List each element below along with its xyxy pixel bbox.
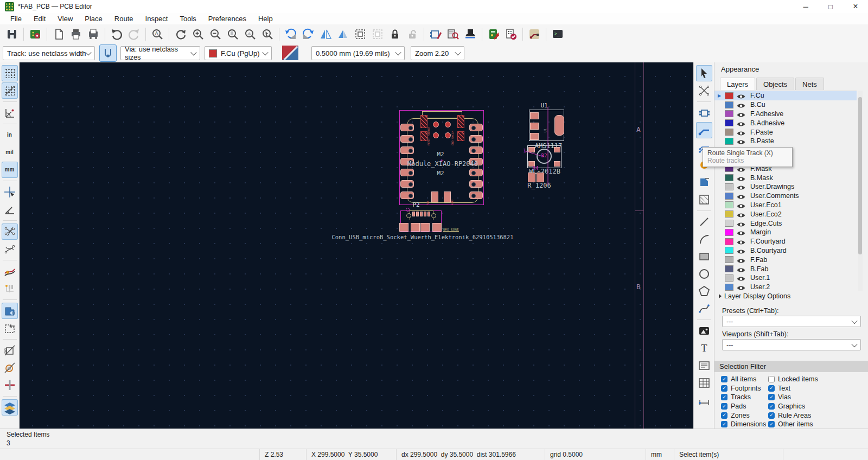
layer-row[interactable]: ▶ B.Mask bbox=[714, 173, 857, 182]
layer-row[interactable]: ▶ F.Fab bbox=[714, 255, 857, 264]
layer-color-swatch[interactable] bbox=[725, 101, 733, 108]
footprint-value[interactable]: Conn_USB_microB_Socket_Wuerth_Elektronik… bbox=[331, 234, 513, 240]
pad[interactable] bbox=[431, 191, 438, 202]
footprint-reference[interactable]: P2 bbox=[412, 201, 419, 208]
auto-track-width-toggle[interactable] bbox=[99, 44, 117, 62]
layer-visibility-eye-icon[interactable] bbox=[737, 220, 745, 227]
draw-polygon-icon[interactable] bbox=[696, 283, 712, 299]
checkbox[interactable] bbox=[768, 385, 775, 392]
add-table-icon[interactable] bbox=[696, 375, 712, 391]
pad[interactable] bbox=[411, 223, 420, 232]
flip-horizontal-icon[interactable] bbox=[317, 26, 334, 42]
units-inches-icon[interactable]: in bbox=[2, 127, 18, 143]
net-inspector-icon[interactable] bbox=[2, 280, 18, 297]
pad[interactable] bbox=[400, 169, 414, 176]
mounting-hole[interactable] bbox=[406, 213, 411, 218]
button-pad[interactable] bbox=[433, 122, 439, 127]
zoom-fit-objects-icon[interactable] bbox=[242, 26, 258, 42]
button-pad[interactable] bbox=[445, 122, 451, 127]
menu-item[interactable]: Preferences bbox=[202, 13, 252, 24]
sketch-tracks-icon[interactable] bbox=[2, 377, 18, 393]
add-footprint-icon[interactable] bbox=[696, 105, 712, 121]
layer-visibility-eye-icon[interactable] bbox=[737, 175, 745, 181]
zoom-dropdown[interactable]: Zoom 2.20 bbox=[411, 46, 464, 60]
tab[interactable]: Objects bbox=[756, 78, 794, 90]
button-pad[interactable] bbox=[445, 132, 451, 138]
layer-visibility-eye-icon[interactable] bbox=[737, 193, 745, 199]
layer-row[interactable]: ▶ User.Comments bbox=[714, 191, 857, 201]
layer-row[interactable]: ▶ B.Fab bbox=[714, 264, 857, 273]
grid-dropdown[interactable]: 0.5000 mm (19.69 mils) bbox=[311, 46, 405, 60]
search-icon[interactable]: A bbox=[149, 26, 165, 42]
design-rules-checker-icon[interactable] bbox=[503, 26, 519, 42]
checkbox[interactable] bbox=[721, 403, 727, 410]
layer-visibility-eye-icon[interactable] bbox=[737, 129, 745, 136]
layer-row[interactable]: ▶ B.Cu bbox=[714, 100, 857, 110]
layer-row[interactable]: ▶ Margin bbox=[714, 228, 857, 237]
pad[interactable] bbox=[457, 131, 464, 141]
layer-row[interactable]: ▶ Edge.Cuts bbox=[714, 219, 857, 228]
tab[interactable]: Layers bbox=[720, 78, 755, 90]
layer-pair-indicator[interactable] bbox=[282, 46, 298, 62]
menu-item[interactable]: Route bbox=[108, 13, 139, 24]
pad[interactable] bbox=[400, 180, 414, 188]
route-tracks-icon[interactable] bbox=[696, 122, 712, 138]
menu-item[interactable]: Tools bbox=[174, 13, 202, 24]
pad[interactable] bbox=[432, 223, 442, 232]
layer-color-swatch[interactable] bbox=[725, 201, 733, 208]
pad[interactable] bbox=[424, 212, 426, 216]
active-layer-dropdown[interactable]: F.Cu (PgUp) bbox=[205, 46, 272, 60]
pad[interactable] bbox=[469, 146, 483, 154]
layer-visibility-eye-icon[interactable] bbox=[737, 274, 745, 281]
layer-color-swatch[interactable] bbox=[725, 220, 733, 227]
pad[interactable] bbox=[469, 169, 483, 176]
add-rule-area-icon[interactable] bbox=[696, 191, 712, 208]
net-highlight-icon[interactable] bbox=[2, 263, 18, 279]
ungroup-icon[interactable] bbox=[369, 26, 386, 42]
layer-row[interactable]: ▶ User.Drawings bbox=[714, 182, 857, 191]
curved-ratsnest-icon[interactable] bbox=[2, 241, 18, 257]
checkbox[interactable] bbox=[721, 394, 727, 400]
layer-row[interactable]: ▶ F.Paste bbox=[714, 127, 857, 137]
pad[interactable] bbox=[469, 135, 483, 143]
checkbox[interactable] bbox=[721, 376, 727, 382]
select-tool-icon[interactable] bbox=[696, 65, 712, 81]
maximize-button[interactable]: □ bbox=[818, 0, 843, 13]
grid-overrides-icon[interactable] bbox=[2, 82, 18, 99]
layer-color-swatch[interactable] bbox=[725, 274, 733, 282]
units-mm-icon[interactable]: mm bbox=[2, 162, 18, 178]
save-icon[interactable] bbox=[4, 26, 20, 42]
unlock-icon[interactable] bbox=[404, 26, 420, 42]
zone-outline-mode-icon[interactable] bbox=[2, 320, 18, 336]
sketch-footprints-icon[interactable] bbox=[2, 342, 18, 359]
layer-row[interactable]: ▶ F.Courtyard bbox=[714, 237, 857, 246]
layer-visibility-eye-icon[interactable] bbox=[737, 138, 745, 144]
layer-color-swatch[interactable] bbox=[725, 210, 733, 218]
pad[interactable] bbox=[420, 115, 427, 128]
layer-display-options[interactable]: Layer Display Options bbox=[719, 292, 790, 300]
pad[interactable] bbox=[416, 212, 419, 216]
layer-visibility-eye-icon[interactable] bbox=[737, 202, 745, 208]
track-width-dropdown[interactable]: Track: use netclass width bbox=[3, 46, 95, 60]
refresh-icon[interactable] bbox=[173, 26, 189, 42]
page-settings-icon[interactable] bbox=[50, 26, 67, 42]
pad[interactable] bbox=[400, 135, 414, 143]
pcb-canvas[interactable]: A B RESET SW/BO GND SWCLK bbox=[20, 62, 693, 429]
layer-visibility-eye-icon[interactable] bbox=[737, 183, 745, 190]
layer-color-swatch[interactable] bbox=[725, 247, 733, 254]
zoom-in-icon[interactable] bbox=[190, 26, 206, 42]
layer-color-swatch[interactable] bbox=[725, 110, 733, 117]
mounting-hole[interactable] bbox=[431, 213, 436, 218]
constrain-45-degree-icon[interactable] bbox=[2, 201, 18, 218]
print-icon[interactable] bbox=[68, 26, 84, 42]
add-text-icon[interactable]: T bbox=[696, 340, 712, 356]
footprint-reference-fab[interactable]: M2 bbox=[437, 170, 444, 177]
menu-item[interactable]: Edit bbox=[28, 13, 52, 24]
sketch-pads-icon[interactable] bbox=[2, 360, 18, 376]
grid-visibility-icon[interactable] bbox=[2, 65, 18, 81]
full-window-crosshair-icon[interactable] bbox=[2, 184, 18, 200]
layer-visibility-eye-icon[interactable] bbox=[737, 266, 745, 272]
presets-dropdown[interactable]: --- bbox=[722, 316, 861, 327]
board-setup-icon[interactable] bbox=[27, 26, 43, 42]
checkbox[interactable] bbox=[768, 403, 775, 410]
